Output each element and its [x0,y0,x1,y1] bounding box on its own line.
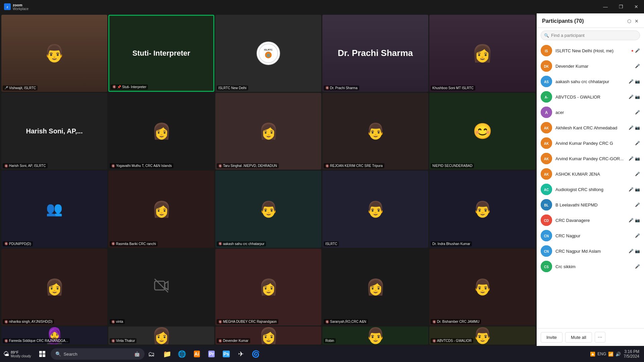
participant-item-abvtcds[interactable]: A- ABVTCDS - GWALIOR 🎤 📷 [537,89,644,105]
participant-name-abvtcds: ABVTCDS - GWALIOR [555,95,625,100]
tray-icons: 🔼 ENG 📶 🔊 [590,352,621,357]
participant-item-arvind1[interactable]: AK Arvind Kumar Pandey CRC G 🎤 [537,135,644,151]
video-tile-3[interactable]: ISLRTC 🌐 ISLRTC New Delhi [215,15,321,92]
search-icon: 🔍 [544,33,549,38]
taskbar: 🌤 89°F Mostly cloudy 🔍 Search 🤖 🗂 📁 🌐 Ai [0,346,644,362]
network-icon[interactable]: 📶 [608,352,613,357]
video-tile-19[interactable]: 👩 🔇Saranyah,RO,CRC A&N [322,249,428,326]
telegram-app[interactable]: ✈ [234,347,248,361]
participant-item-akhilesh[interactable]: AK Akhilesh Kant CRC Ahmedabad 🎤 📷 [537,120,644,135]
participant-item-crc-nag-aslam[interactable]: CN CRC Nagpur Md Aslam 🎤 📷 [537,243,644,259]
participant-item-crc-dav[interactable]: CD CRC Davanagere 🎤 📷 [537,213,644,228]
photoshop-app[interactable]: Ps [220,347,233,361]
participant-name-aakash: aakash sahu crc chhatarpur [555,79,625,84]
svg-text:CN: CN [544,234,549,238]
participant-item-acer[interactable]: A acer 🎤 [537,105,644,120]
title-bar: Z zoom Workplace — ❐ ✕ [0,0,644,13]
chrome-app[interactable]: 🌐 [175,347,189,361]
participant-item-audiologist[interactable]: AC Audiologist CRC shillong 🎤 📷 [537,182,644,197]
window-controls: — ❐ ✕ [598,0,644,13]
video-tile-8[interactable]: 👩 🔇Taru Singhal .NIEPVD, DEHRADUN [215,93,321,170]
muted-icon-audio: 🎤 [629,187,634,192]
video-tile-13[interactable]: 👨 🔇aakash sahu crc chhatarpur [215,171,321,248]
svg-text:AK: AK [544,142,549,145]
video-tile-15[interactable]: 👨 Dr. Indra Bhushan Kumar [429,171,535,248]
video-tile-23[interactable]: 👩 🔇Devender Kumar [215,326,321,345]
pop-out-icon[interactable]: ⬡ [627,18,631,24]
video-tile-2[interactable]: Stuti- Interpreter 🔇📌Stuti- Interpreter [108,15,214,92]
video-tile-14[interactable]: 👨 ISLRTC [322,171,428,248]
video-tile-12[interactable]: 👩 🔇Rasmita Bariki CRC ranchi [108,171,214,248]
task-view-button[interactable]: 🗂 [145,347,158,361]
muted-icon: 🎤 [635,64,640,68]
mute-all-button[interactable]: Mute all [565,332,592,343]
participant-item-ashok[interactable]: AK ASHOK KUMAR JENA 🎤 [537,166,644,182]
edge-app[interactable]: 🌀 [249,347,263,361]
main-content: 👨 🎤Vishwajit, ISLRTC Stuti- Interpreter … [0,13,644,346]
app-name: zoom [13,3,29,7]
video-tile-22[interactable]: 👩 🔇Vinta Thakur [108,326,214,345]
video-tile-1[interactable]: 👨 🎤Vishwajit, ISLRTC [1,15,107,92]
participant-item-crc-sikkim[interactable]: CS Crc sikkim 🎤 [537,259,644,274]
participant-name-crc-nag-aslam: CRC Nagpur Md Aslam [555,249,625,254]
video-tile-9[interactable]: 👨 🔇REJOAN KERIM CRC SRE Tripura [322,93,428,170]
close-button[interactable]: ✕ [629,0,644,13]
participant-item-islrtc[interactable]: IS ISLRTC New Delhi (Host, me) ● 🎤 [537,43,644,58]
video-tile-16[interactable]: 👩 🔇niharika singh, AYJNISHD(D) [1,249,107,326]
participant-name-audiologist: Audiologist CRC shillong [555,187,625,192]
sound-icon[interactable]: 🔊 [615,352,621,357]
maximize-button[interactable]: ❐ [613,0,629,13]
participant-name-crc-dav: CRC Davanagere [555,218,625,223]
start-button[interactable] [34,346,51,362]
cam-icon: 📷 [635,79,640,84]
participant-name-blee: B Leelavathi NIEPMD [555,202,632,207]
video-tile-7[interactable]: 👩 🔇Yogavathi Muthu T, CRC A&N Islands [108,93,214,170]
weather-desc: Mostly cloudy [11,354,31,358]
search-box[interactable]: 🔍 [541,31,640,40]
participant-item-crc-nag[interactable]: CN CRC Nagpur 🎤 [537,228,644,243]
system-clock[interactable]: 3:16 PM 7/5/2024 [624,349,639,359]
file-explorer-app[interactable]: 📁 [161,347,174,361]
panel-footer: Invite Mute all ··· [537,328,644,346]
svg-rect-6 [155,281,165,290]
app-subtitle: Workplace [13,7,29,11]
telegram-icon: ✈ [238,350,244,358]
video-tile-5[interactable]: 👩 Khushboo Soni MT ISLRTC [429,15,535,92]
participant-item-aakash[interactable]: AS aakash sahu crc chhatarpur 🎤 📷 [537,74,644,89]
participant-item-arvind2[interactable]: AK Arvind Kumar Pandey CRC-GOR... 🎤 📷 [537,151,644,166]
video-tile-21[interactable]: 🧕 🔇Fareeda Siddique CRC RAJNANDGA... [1,326,107,345]
participant-name-arvind2: Arvind Kumar Pandey CRC-GOR... [555,156,625,161]
minimize-button[interactable]: — [598,0,613,13]
video-tile-20[interactable]: 👨 🔇Dr. Bishamber CRC JAMMU [429,249,535,326]
svg-text:A: A [545,110,548,115]
video-tile-25[interactable]: 👨 🔇ABVTCDS - GWALIOR [429,326,535,345]
panel-title: Participants (70) [542,18,584,24]
notification-icon[interactable]: 🔼 [590,352,595,357]
participant-item-devender[interactable]: DK Devender Kumar 🎤 [537,58,644,74]
video-tile-11[interactable]: 👥 🔇PDUNIPPD(D) [1,171,107,248]
video-tile-24[interactable]: 👨 Robin [322,326,428,345]
video-tile-10[interactable]: 😊 NIEPID SECUNDERABAD [429,93,535,170]
muted-icon-crc-sikkim: 🎤 [635,264,640,269]
premiere-app[interactable]: Pr [205,347,218,361]
participant-name-akhilesh: Akhilesh Kant CRC Ahmedabad [555,125,625,130]
panel-close-icon[interactable]: ✕ [635,18,639,24]
cam-icon-abvt: 📷 [635,95,640,99]
muted-icon-ak1: 🎤 [629,125,634,130]
participant-item-blee[interactable]: BL B Leelavathi NIEPMD 🎤 [537,197,644,213]
video-tile-17[interactable]: 🔇vinta [108,249,214,326]
participant-icons-islrtc: ● 🎤 [631,48,640,53]
svg-text:ISLRTC: ISLRTC [264,49,272,51]
muted-icon-acer: 🎤 [635,110,640,115]
svg-text:AK: AK [544,126,549,130]
taskbar-search[interactable]: 🔍 Search 🤖 [51,348,145,360]
muted-icon-ashok: 🎤 [635,172,640,176]
illustrator-app[interactable]: Ai [190,347,204,361]
video-tile-4[interactable]: Dr. Prachi Sharma 🔇Dr. Prachi Sharma [322,15,428,92]
invite-button[interactable]: Invite [541,332,562,343]
video-tile-18[interactable]: 👩 🔇MEGHA DUBEY CRC Rajnandgaon [215,249,321,326]
video-tile-6[interactable]: Harish Soni, AP,... 🔇Harish Soni, AP, IS… [1,93,107,170]
svg-text:AC: AC [544,188,549,192]
more-options-button[interactable]: ··· [595,332,605,343]
participant-search-input[interactable] [541,31,640,40]
